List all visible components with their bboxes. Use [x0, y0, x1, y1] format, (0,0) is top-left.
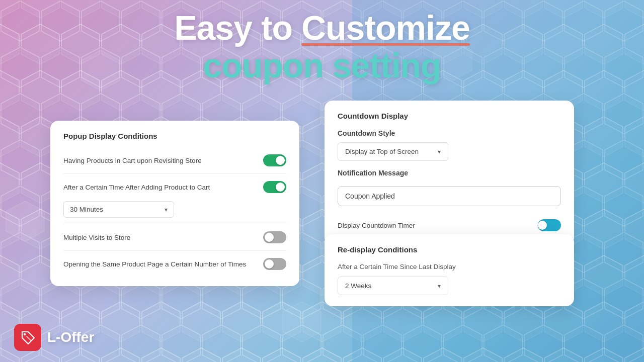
logo-area: L-Offer	[14, 324, 94, 351]
logo-text: L-Offer	[47, 329, 94, 345]
logo-tag-icon	[20, 330, 35, 345]
countdown-timer-label: Display Countdown Timer	[338, 222, 538, 229]
logo-icon	[14, 324, 41, 351]
toggle-after-time[interactable]	[263, 181, 286, 193]
title-prefix: Easy to	[174, 9, 301, 47]
setting-label-1: Having Products in Cart upon Revisiting …	[63, 157, 263, 164]
countdown-display-title: Countdown Display	[338, 112, 561, 120]
countdown-style-label: Countdown Style	[338, 129, 561, 137]
countdown-style-arrow-icon: ▾	[438, 148, 441, 155]
notification-message-input[interactable]	[338, 186, 561, 206]
divider-1	[63, 173, 286, 174]
redisplay-weeks-value: 2 Weeks	[345, 282, 371, 290]
setting-row-1: Having Products in Cart upon Revisiting …	[63, 149, 286, 171]
popup-display-conditions-title: Popup Display Conditions	[63, 132, 286, 140]
setting-row-2: After a Certain Time After Adding Produc…	[63, 176, 286, 198]
time-dropdown-value: 30 Minutes	[70, 206, 103, 213]
popup-display-conditions-panel: Popup Display Conditions Having Products…	[50, 121, 299, 286]
redisplay-conditions-panel: Re-display Conditions After a Certain Ti…	[325, 234, 574, 306]
toggle-multiple-visits[interactable]	[263, 231, 286, 243]
time-dropdown-arrow-icon: ▾	[165, 206, 168, 213]
svg-point-13	[24, 333, 26, 335]
redisplay-conditions-title: Re-display Conditions	[338, 245, 561, 254]
toggle-countdown-timer[interactable]	[538, 219, 561, 231]
redisplay-weeks-dropdown[interactable]: 2 Weeks ▾	[338, 277, 448, 295]
redisplay-weeks-arrow-icon: ▾	[438, 283, 441, 290]
divider-3	[63, 250, 286, 251]
notification-message-label: Notification Message	[338, 169, 561, 177]
divider-2	[63, 224, 286, 224]
toggle-same-product-page[interactable]	[263, 258, 286, 270]
setting-label-2: After a Certain Time After Adding Produc…	[63, 184, 263, 191]
title-area: Easy to Customize coupon setting	[0, 9, 644, 84]
setting-row-4: Opening the Same Product Page a Certain …	[63, 253, 286, 275]
title-line1: Easy to Customize	[0, 9, 644, 47]
display-countdown-timer-row: Display Countdown Timer	[338, 216, 561, 234]
time-dropdown[interactable]: 30 Minutes ▾	[63, 201, 174, 218]
countdown-style-value: Display at Top of Screen	[345, 148, 419, 155]
time-dropdown-row: 30 Minutes ▾	[63, 201, 286, 218]
toggle-products-in-cart[interactable]	[263, 154, 286, 166]
title-line2: coupon setting	[0, 47, 644, 84]
title-underline: Customize	[301, 9, 470, 47]
setting-row-3: Multiple Visits to Store	[63, 226, 286, 248]
countdown-display-panel: Countdown Display Countdown Style Displa…	[325, 101, 574, 245]
setting-label-4: Opening the Same Product Page a Certain …	[63, 260, 263, 268]
countdown-style-dropdown[interactable]: Display at Top of Screen ▾	[338, 142, 448, 161]
setting-label-3: Multiple Visits to Store	[63, 234, 263, 241]
redisplay-time-label: After a Certain Time Since Last Display	[338, 263, 561, 270]
